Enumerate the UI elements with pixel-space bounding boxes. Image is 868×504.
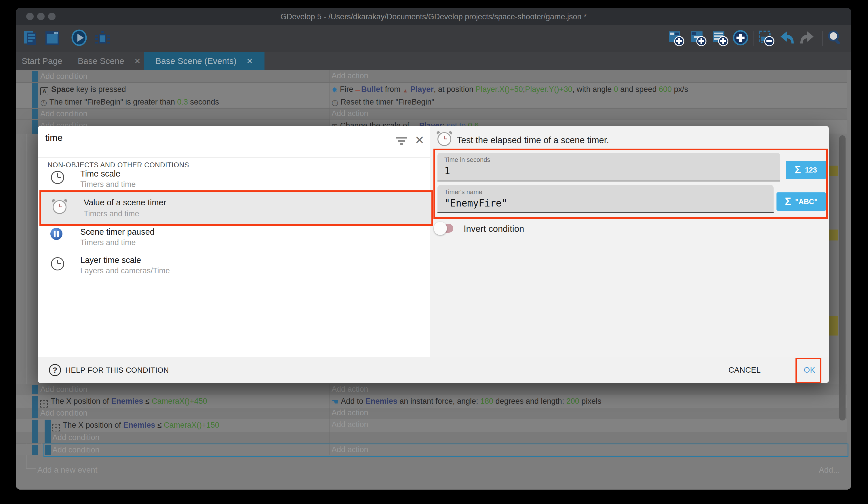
add-action-link[interactable]: Add action [332,409,368,417]
condition-text[interactable]: ASpace key is pressed [40,85,126,95]
tab-label: Base Scene [78,56,124,66]
string-expression-editor-button[interactable]: Σ "ABC" [776,192,826,211]
add-condition-link[interactable]: Add condition [40,109,87,118]
add-comment-icon[interactable] [711,29,729,47]
delete-event-icon[interactable] [757,29,775,47]
condition-item-value-of-scene-timer[interactable]: Value of a scene timer Timers and time [39,190,433,226]
timer-icon: ◷ [40,98,47,107]
highlighted-row-fragment [829,165,838,176]
toolbar-divider [822,31,823,46]
action-text[interactable]: ◷Reset the timer "FireBegin" [332,98,434,107]
invert-condition-toggle[interactable] [436,224,453,233]
item-subtitle: Timers and time [80,238,136,247]
event-row: Add condition Add action [16,408,847,419]
time-in-seconds-field[interactable]: Time in seconds 1 [437,153,780,181]
timer-name-field[interactable]: Timer's name "EnemyFire" [437,185,774,213]
event-row[interactable]: +The X position of Enemies ≤ CameraX()+4… [16,395,847,408]
choose-condition-dialog: ✕ NON-OBJECTS AND OTHER CONDITIONS Time … [38,126,829,383]
event-row[interactable]: ASpace key is pressed ◷The timer "FireBe… [16,83,847,109]
vertical-scrollbar[interactable] [839,135,846,421]
undo-icon[interactable] [778,29,795,47]
hand-icon: ☚ [332,397,339,406]
add-event-icon[interactable] [667,29,685,47]
highlighted-row-fragment [829,230,838,241]
field-label: Time in seconds [444,156,490,164]
clock-icon [51,171,64,184]
event-row: Add condition Add action [16,70,847,83]
add-more-events-icon[interactable] [732,29,750,47]
sigma-icon: Σ [785,195,791,208]
add-action-link[interactable]: Add action [332,109,368,118]
item-subtitle: Timers and time [84,209,139,218]
help-icon[interactable]: ? [49,364,61,376]
redo-icon[interactable] [799,29,816,47]
add-condition-link[interactable]: Add condition [40,409,87,417]
annotation-box-ok [795,358,822,383]
sub-event-row: Add condition [16,432,847,444]
tab-bar: Start Page Base Scene ✕ Base Scene (Even… [16,52,851,70]
highlighted-row-fragment [829,316,838,335]
scene-editor-icon[interactable] [43,29,61,47]
help-button[interactable]: HELP FOR THIS CONDITION [65,366,169,375]
tab-label: Base Scene (Events) [155,56,237,66]
toggle-thumb [434,222,447,235]
item-title: Layer time scale [80,255,141,265]
action-text[interactable]: ☚Add to Enemies an instant force, angle:… [332,397,601,406]
add-subevent-icon[interactable] [689,29,707,47]
expression-editor-button[interactable]: Σ 123 [786,161,826,179]
add-condition-link[interactable]: Add condition [52,433,100,442]
search-header: ✕ [38,126,430,158]
close-icon[interactable]: ✕ [415,133,424,147]
panel-divider [430,126,430,357]
field-value: 1 [444,165,450,177]
add-action-link[interactable]: Add action [332,420,368,429]
item-subtitle: Timers and time [80,180,136,189]
condition-item-scene-timer-paused[interactable]: Scene timer paused Timers and time [38,225,430,249]
button-label: 123 [805,166,817,174]
condition-text[interactable]: +The X position of Enemies ≤ CameraX()+4… [40,397,207,407]
add-new-event-link[interactable]: Add a new event [38,465,97,475]
player-icon: ▲ [403,88,408,94]
cancel-button[interactable]: CANCEL [728,366,761,375]
condition-text[interactable]: +The X position of Enemies ≤ CameraX()+1… [52,421,219,431]
add-action-link[interactable]: Add action [332,71,368,80]
tab-base-scene[interactable]: Base Scene ✕ [78,52,141,70]
tab-label: Start Page [22,56,62,66]
add-action-link[interactable]: Add action [332,385,368,394]
keyboard-icon: A [40,87,48,95]
search-input[interactable] [45,132,362,143]
condition-text[interactable]: ◷The timer "FireBegin" is greater than 0… [40,98,219,107]
timer-paused-icon [50,228,62,240]
tree-guide [26,468,36,468]
tab-base-scene-events[interactable]: Base Scene (Events) ✕ [144,52,265,70]
clock-icon [51,257,64,270]
item-subtitle: Layers and cameras/Time [80,266,170,275]
position-icon: + [52,424,60,431]
close-tab-icon[interactable]: ✕ [246,57,253,66]
condition-description: Test the elapsed time of a scene timer. [457,135,609,145]
close-tab-icon[interactable]: ✕ [134,57,141,66]
sub-event-row[interactable]: +The X position of Enemies ≤ CameraX()+1… [16,419,847,432]
field-value: "EnemyFire" [444,198,507,209]
project-manager-icon[interactable] [22,29,39,47]
add-condition-link[interactable]: Add condition [40,385,87,394]
add-condition-link[interactable]: Add condition [40,72,87,81]
main-toolbar [16,25,851,52]
position-icon: + [40,400,48,407]
sigma-icon: Σ [795,164,801,176]
play-icon[interactable] [71,29,89,47]
fire-icon: ✸ [332,86,338,94]
bullet-icon: ▬ [355,87,360,92]
condition-item-time-scale[interactable]: Time scale Timers and time [38,167,430,190]
title-bar: GDevelop 5 - /Users/dkarakay/Documents/G… [16,8,851,25]
button-label: "ABC" [795,198,818,206]
debug-icon[interactable] [94,29,111,47]
item-title: Scene timer paused [80,227,155,237]
filter-icon[interactable] [396,137,409,147]
add-more-link[interactable]: Add... [819,465,840,475]
item-title: Value of a scene timer [84,198,166,208]
tab-start-page[interactable]: Start Page [22,52,62,70]
condition-item-layer-time-scale[interactable]: Layer time scale Layers and cameras/Time [38,254,430,277]
action-text[interactable]: ✸Fire ▬Bullet from ▲Player, at position … [332,85,688,94]
search-icon[interactable] [826,29,844,47]
